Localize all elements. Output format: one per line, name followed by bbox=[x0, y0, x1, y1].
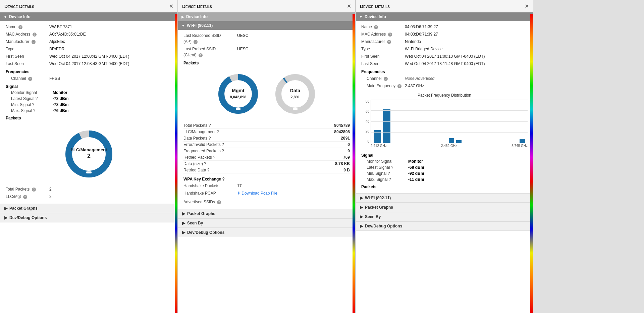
p3-value-mac: 04:03:D6:71:39:27 bbox=[405, 31, 438, 37]
help-error[interactable]: ? bbox=[222, 142, 224, 147]
help-min-signal[interactable]: ? bbox=[32, 102, 35, 107]
info-row-name: Name ? VW BT 7871 bbox=[6, 24, 172, 30]
p3-help-name[interactable]: ? bbox=[374, 25, 378, 29]
help-total[interactable]: ? bbox=[209, 123, 211, 128]
signal-monitor-row: Monitor Signal Monitor bbox=[6, 90, 172, 95]
value-last-seen: Wed Oct 04 2017 12:08:43 GMT-0400 (EDT) bbox=[49, 61, 129, 67]
help-total-packets[interactable]: ? bbox=[32, 188, 36, 192]
panel-1-device-info-label: Device Info bbox=[9, 14, 31, 19]
help-data-pkt[interactable]: ? bbox=[209, 136, 211, 141]
panel-3-device-info-header[interactable]: ▼ Device Info bbox=[356, 12, 533, 21]
pt-value-frag: 0 bbox=[347, 149, 350, 153]
packet-graphs-header[interactable]: ▶ Packet Graphs bbox=[0, 204, 177, 213]
pt-row-data: Data Packets ? 2891 bbox=[183, 135, 350, 142]
info-row-last-seen: Last Seen Wed Oct 04 2017 12:08:43 GMT-0… bbox=[6, 61, 172, 67]
help-latest-signal[interactable]: ? bbox=[36, 96, 38, 101]
panel3-wifi-header[interactable]: ▶ Wi-Fi (802.11) bbox=[356, 194, 533, 203]
x-label-5745: 5.745 GHz bbox=[512, 144, 528, 148]
bar-chart-bars bbox=[371, 100, 528, 143]
p3-help-manufacturer[interactable]: ? bbox=[387, 40, 391, 44]
pt-label-llc: LLC/Management ? bbox=[183, 129, 219, 134]
panel2-seen-by-label: Seen By bbox=[187, 221, 203, 225]
pt-row-retry: Retried Packets ? 769 bbox=[183, 154, 350, 161]
p3-help-latest-signal[interactable]: ? bbox=[391, 165, 393, 170]
help-manufacturer[interactable]: ? bbox=[32, 40, 36, 44]
panel3-dev-debug-header[interactable]: ▶ Dev/Debug Options bbox=[356, 222, 533, 231]
panel2-seen-by-header[interactable]: ▶ Seen By bbox=[178, 219, 355, 228]
pt-value-data: 2891 bbox=[341, 136, 350, 141]
svg-rect-15 bbox=[293, 108, 298, 110]
help-llc[interactable]: ? bbox=[23, 195, 27, 199]
help-last-probed[interactable]: ? bbox=[199, 53, 203, 57]
panel3-wifi-arrow: ▶ bbox=[360, 196, 363, 200]
pt-value-retry: 769 bbox=[343, 155, 350, 160]
p3-value-max-signal: -11 dBm bbox=[408, 177, 424, 182]
panel2-packet-graphs-label: Packet Graphs bbox=[187, 211, 215, 216]
p3-help-max-signal[interactable]: ? bbox=[389, 177, 391, 182]
info-row-advertised-ssids: Advertised SSIDs ? bbox=[183, 199, 350, 205]
panel2-packet-graphs-header[interactable]: ▶ Packet Graphs bbox=[178, 209, 355, 218]
y-label-0: 0 bbox=[367, 140, 369, 143]
panel-3-close-button[interactable]: ✕ bbox=[525, 3, 529, 9]
panel3-packet-graphs-header[interactable]: ▶ Packet Graphs bbox=[356, 203, 533, 212]
help-retry[interactable]: ? bbox=[213, 155, 215, 160]
help-last-beaconed[interactable]: ? bbox=[194, 40, 198, 44]
info-row-channel: Channel ? FHSS bbox=[6, 75, 172, 82]
p3-help-mac[interactable]: ? bbox=[388, 33, 392, 37]
help-frag[interactable]: ? bbox=[222, 149, 224, 153]
bar-group-4 bbox=[456, 140, 462, 143]
label-advertised-ssids: Advertised SSIDs ? bbox=[183, 199, 227, 205]
panel3-wifi-section: ▶ Wi-Fi (802.11) bbox=[356, 193, 533, 203]
pt-label-frag: Fragmented Packets ? bbox=[183, 149, 224, 153]
panel-1-device-info-header[interactable]: ▼ Device Info bbox=[0, 12, 177, 21]
panel3-seen-by-arrow: ▶ bbox=[360, 214, 363, 219]
panel3-seen-by-header[interactable]: ▶ Seen By bbox=[356, 212, 533, 221]
pt-label-data-size: Data (size) ? bbox=[183, 161, 206, 166]
p3-value-manufacturer: Nintendo bbox=[405, 39, 421, 45]
p3-signal-title: Signal bbox=[361, 153, 528, 158]
packets-title: Packets bbox=[6, 116, 172, 120]
p3-label-min-signal: Min. Signal ? bbox=[361, 171, 408, 176]
panel-2-close-button[interactable]: ✕ bbox=[347, 3, 351, 9]
value-handshake-pkts: 17 bbox=[237, 183, 241, 189]
grid-line-80 bbox=[371, 100, 528, 100]
panel-1-title: Device Details bbox=[4, 4, 34, 9]
panel2-dev-debug-header[interactable]: ▶ Dev/Debug Options bbox=[178, 228, 355, 237]
panel-2-wifi-label: Wi-Fi (802.11) bbox=[187, 23, 213, 28]
info-row-total-packets: Total Packets ? 2 bbox=[6, 186, 172, 192]
help-llc-2[interactable]: ? bbox=[217, 129, 219, 134]
dev-debug-header[interactable]: ▶ Dev/Debug Options bbox=[0, 213, 177, 222]
p3-label-first-seen: First Seen bbox=[361, 53, 405, 59]
help-max-signal[interactable]: ? bbox=[33, 108, 36, 113]
p3-help-main-freq[interactable]: ? bbox=[397, 84, 401, 88]
p3-help-min-signal[interactable]: ? bbox=[388, 171, 390, 176]
label-llc: LLC/Mgt ? bbox=[6, 194, 49, 200]
signal-latest-row: Latest Signal ? -78 dBm bbox=[6, 96, 172, 101]
help-channel[interactable]: ? bbox=[28, 77, 32, 81]
panel-2-device-info-header[interactable]: ▶ Device Info bbox=[178, 12, 355, 21]
download-pcap-link[interactable]: ⬇ Download Pcap File bbox=[237, 191, 277, 196]
panel3-dev-debug-arrow: ▶ bbox=[360, 224, 363, 228]
p3-value-type: Wi-Fi Bridged Device bbox=[405, 46, 443, 52]
help-retried-data[interactable]: ? bbox=[207, 168, 210, 172]
pt-label-retry: Retried Packets ? bbox=[183, 155, 215, 160]
p3-value-channel: None Advertised bbox=[405, 75, 434, 82]
help-advertised-ssids[interactable]: ? bbox=[217, 200, 221, 204]
info-row-last-beaconed: Last Beaconed SSID(AP) ? UESC bbox=[183, 33, 350, 45]
panel-2-wifi-header[interactable]: ▼ Wi-Fi (802.11) bbox=[178, 21, 355, 30]
value-handshake-pcap: ⬇ Download Pcap File bbox=[237, 190, 277, 196]
help-name[interactable]: ? bbox=[18, 25, 22, 29]
svg-point-8 bbox=[226, 82, 250, 106]
mgmt-donut-svg: Mgmt 8,042,898 bbox=[216, 72, 260, 116]
help-wpa[interactable]: ? bbox=[222, 177, 224, 181]
p3-info-row-name: Name ? 04:03:D6:71:39:27 bbox=[361, 24, 528, 30]
label-manufacturer: Manufacturer ? bbox=[6, 39, 49, 45]
p3-help-channel[interactable]: ? bbox=[384, 77, 388, 81]
help-mac[interactable]: ? bbox=[33, 33, 37, 37]
panel-1-close-button[interactable]: ✕ bbox=[169, 3, 173, 9]
help-data-size[interactable]: ? bbox=[204, 161, 206, 166]
svg-text:2,891: 2,891 bbox=[290, 95, 300, 99]
bar-group-2 bbox=[383, 109, 390, 143]
label-handshake-pcap: Handshake PCAP bbox=[183, 190, 237, 196]
p3-label-channel: Channel ? bbox=[361, 75, 405, 82]
